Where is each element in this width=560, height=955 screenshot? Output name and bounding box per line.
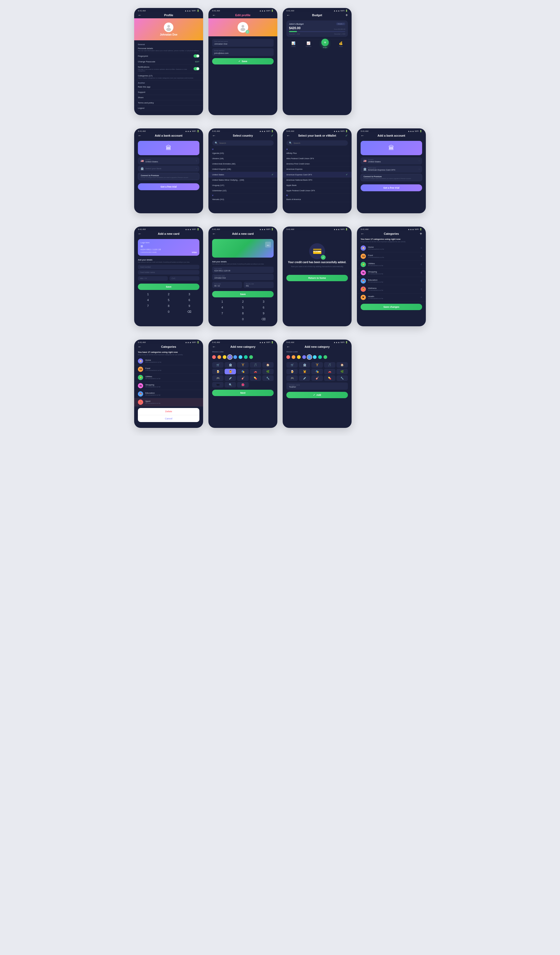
back-button[interactable]: ←	[212, 232, 216, 236]
color-blue-2[interactable]	[308, 355, 311, 359]
bank-selector[interactable]: 🏦 Select your Bank ›	[138, 166, 199, 172]
cat-item-shopping[interactable]: 🛍 Shopping55 transactions so far	[134, 382, 203, 390]
icon-bank[interactable]: 🏦	[225, 362, 236, 368]
list-item[interactable]: Uzbekistan (UZ)	[208, 188, 277, 193]
key-9[interactable]: 9	[179, 303, 199, 308]
details-button[interactable]: Details >	[336, 22, 345, 25]
color-blue[interactable]	[233, 355, 237, 359]
icon-music[interactable]: 🎵	[250, 362, 261, 368]
icon-food[interactable]: 🍽	[212, 382, 224, 388]
back-button[interactable]: ←	[212, 344, 216, 349]
add-category-button[interactable]: +	[420, 231, 422, 236]
icon-car-2[interactable]: 🚗	[324, 369, 335, 374]
color-cyan-2[interactable]	[313, 355, 317, 359]
list-item[interactable]: Apple Federal Credit Union OFX	[283, 188, 352, 193]
key-8[interactable]: 8	[233, 311, 253, 316]
key-0[interactable]: 0	[158, 309, 179, 315]
cat-item-utilities[interactable]: ⚡ Utilities96 transactions so far	[134, 374, 203, 382]
country-selector[interactable]: 🇺🇸 Country United States ›	[138, 157, 199, 164]
icon-home[interactable]: 🏠	[262, 362, 274, 368]
drag-handle[interactable]: ≡	[421, 263, 422, 266]
return-home-button[interactable]: Return to home	[286, 275, 348, 281]
categories-item[interactable]: Categories (17)Add or delete categories …	[134, 73, 203, 80]
color-orange-2[interactable]	[292, 355, 296, 359]
color-orange[interactable]	[217, 355, 221, 359]
icon-search[interactable]: 🔍	[225, 382, 236, 388]
cat-item-shopping[interactable]: 🛍 Shopping55 transactions so far ≡	[357, 269, 426, 277]
color-green-2[interactable]	[324, 355, 327, 359]
back-button[interactable]: ←	[286, 133, 290, 138]
back-button[interactable]: ←	[212, 13, 216, 17]
key-6[interactable]: 6	[179, 297, 199, 303]
support-item[interactable]: Support	[134, 90, 203, 95]
key-3[interactable]: 3	[179, 291, 199, 297]
list-item[interactable]: Ukraine (UA)	[208, 156, 277, 161]
icon-cart-2[interactable]: 🛒	[286, 362, 298, 368]
next-button[interactable]: Next	[212, 390, 274, 396]
back-button[interactable]: ←	[212, 133, 216, 138]
cvc-field[interactable]: CVC	[169, 276, 199, 281]
back-button[interactable]: ←	[286, 13, 290, 17]
list-item[interactable]: America First Credit Union	[283, 161, 352, 167]
list-item[interactable]: Uganda (UG)	[208, 151, 277, 156]
save-changes-button[interactable]: Save changes	[361, 304, 422, 310]
icon-leaf[interactable]: 🌿	[262, 369, 274, 374]
back-button[interactable]: ←	[361, 232, 364, 236]
name-field[interactable]: First and last name Johnatan Doe	[212, 39, 274, 47]
icon-music-2[interactable]: 🎵	[324, 362, 335, 368]
add-budget-button[interactable]: +	[346, 13, 348, 17]
list-item[interactable]: United Kingdom (GB)	[208, 167, 277, 172]
icon-beer-2[interactable]: 🍺	[286, 369, 298, 374]
search-box[interactable]: 🔍	[212, 140, 274, 146]
key-4[interactable]: 4	[138, 297, 158, 303]
drag-handle[interactable]: ≡	[421, 255, 422, 258]
rate-item[interactable]: Rate this app	[134, 85, 203, 90]
color-yellow-2[interactable]	[297, 355, 301, 359]
key-7[interactable]: 7	[138, 303, 158, 308]
list-item-selected[interactable]: United States ✓	[208, 172, 277, 177]
card-holder-field[interactable]: Card holder name	[138, 270, 199, 274]
key-9[interactable]: 9	[253, 311, 274, 316]
key-4[interactable]: 4	[212, 305, 232, 310]
drag-handle[interactable]: ≡	[421, 246, 422, 249]
color-teal[interactable]	[244, 355, 248, 359]
fingerprint-toggle[interactable]	[194, 55, 199, 58]
icon-leaf-2[interactable]: 🌿	[336, 369, 348, 374]
icon-beer[interactable]: 🍺	[212, 369, 224, 374]
icon-bank-2[interactable]: 🏦	[299, 362, 310, 368]
terms-item[interactable]: Terms and policy	[134, 100, 203, 106]
key-5[interactable]: 5	[158, 297, 179, 303]
list-item[interactable]: Uruguay (UY)	[208, 183, 277, 188]
back-button[interactable]: ←	[138, 13, 142, 17]
drag-handle[interactable]: ≡	[421, 296, 422, 299]
bank-selector[interactable]: 🏦 Bank name American Express Card OFX ›	[361, 166, 422, 173]
list-item[interactable]: Affinity Plus	[283, 151, 352, 156]
icon-guitar-2[interactable]: 🎸	[311, 375, 323, 381]
list-item[interactable]: Altra Federal Credit Union OFX	[283, 156, 352, 161]
key-0[interactable]: 0	[233, 316, 253, 322]
color-purple[interactable]	[228, 355, 232, 359]
icon-gym-2[interactable]: 🏋	[311, 362, 323, 368]
list-item[interactable]: American Express	[283, 167, 352, 172]
list-item[interactable]: Vanuatu (VU)	[208, 197, 277, 202]
fingerprint-item[interactable]: Fingerprint	[134, 53, 203, 59]
add-button[interactable]: ✓ Add	[286, 392, 348, 398]
list-item[interactable]: United Arab Emirates (AE)	[208, 161, 277, 167]
trial-button[interactable]: Get a free trial	[361, 184, 422, 191]
icon-theater[interactable]: 🎭	[237, 369, 249, 374]
trial-button[interactable]: Get a free trial	[138, 183, 199, 190]
icon-cart[interactable]: 🛒	[212, 362, 224, 368]
key-7[interactable]: 7	[212, 311, 232, 316]
back-button[interactable]: ←	[286, 344, 290, 349]
save-button[interactable]: Save	[138, 283, 199, 290]
cat-item-utilities[interactable]: ⚡ Utilities96 transactions so far ≡	[357, 260, 426, 269]
nav-invest[interactable]: 💰 Invest	[339, 41, 343, 48]
search-input[interactable]	[219, 142, 271, 144]
icon-game-2[interactable]: 🎮	[286, 375, 298, 381]
check-button[interactable]: ✓	[271, 134, 274, 138]
expiry-field[interactable]: MM / YY	[138, 276, 168, 281]
drag-handle[interactable]: ≡	[421, 288, 422, 290]
cat-item-home[interactable]: 🏠 Home200 transactions so far	[134, 357, 203, 365]
key-backspace[interactable]: ⌫	[179, 309, 199, 315]
key-2[interactable]: 2	[158, 291, 179, 297]
